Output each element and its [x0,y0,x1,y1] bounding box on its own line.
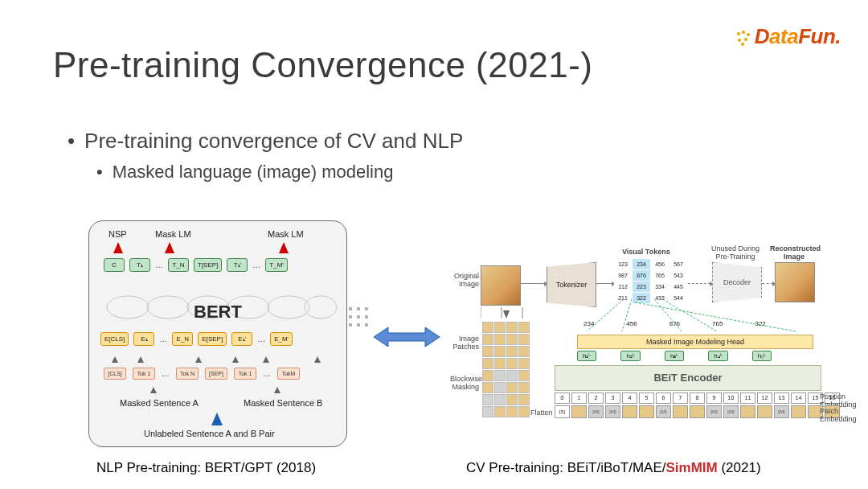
beit-patches-grid-2 [482,370,530,417]
beit-patch-row: [S][M][M][M][M][M][M] [555,405,840,418]
beit-visual-tokens-title: Visual Tokens [622,248,670,256]
bert-masked-a: Masked Sentence A [120,398,199,408]
beit-original-label: Original Image [450,272,479,288]
svg-line-15 [654,299,682,331]
logo-dots-icon [735,29,753,47]
bullet-dot: • [68,129,75,154]
svg-line-13 [587,299,624,331]
caption-right-prefix: CV Pre-training: BEiT/iBoT/MAE/ [466,460,665,475]
arrow-up-icon [274,387,280,393]
bert-input-token-row: [CLS]Tok 1…Tok N[SEP]Tok 1…TokM [104,368,300,380]
bert-top-token-row: CT₁…T_NT[SEP]T₁'…T_M' [104,258,288,272]
bert-masklm-label-2: Mask LM [268,229,304,239]
bert-unlabeled: Unlabeled Sentence A and B Pair [144,429,275,438]
svg-line-17 [635,302,796,331]
svg-line-16 [662,299,717,331]
arrow-up-icon [112,356,118,363]
beit-recon-label: Reconstructed Image [770,244,818,261]
drag-handle-icon [349,307,370,328]
bullet-list: • Pre-training convergence of CV and NLP… [68,129,463,183]
svg-point-6 [107,296,149,318]
arrow-up-icon [195,356,202,363]
beit-original-image [481,265,521,306]
bullet-dot: • [96,162,103,183]
beit-green-links [571,299,820,335]
caption-right-highlight: SimMIM [665,460,717,475]
svg-line-14 [622,299,632,331]
logo-suffix: Fun. [798,24,841,48]
bullet-1: • Pre-training convergence of CV and NLP [68,129,463,154]
red-arrow-icon [113,242,123,253]
blue-arrow-icon [211,413,223,425]
bullet-2: • Masked language (image) modeling [96,162,463,183]
arrow-up-icon [150,387,157,393]
arrow-right-icon [521,283,545,284]
arrow-right-icon [596,283,612,284]
svg-point-0 [737,32,740,35]
bert-title: BERT [194,302,242,323]
beit-visual-tokens-table: 1232344565679878767655431122233344452113… [614,259,687,303]
beit-position-row: 012345678910111213141516 [555,392,840,404]
beit-flatten-label: Flatten [530,409,553,417]
beit-recon-image [775,262,815,302]
arrow-up-icon [263,356,269,363]
beit-patch-label: Patch Embedding [820,407,865,423]
red-arrow-icon [165,242,174,253]
double-arrow-icon [374,325,440,352]
logo-mid: ata [769,24,798,48]
bert-emb-row: E[CLS]E₁…E_NE[SEP]E₁'…E_M' [100,332,293,346]
beit-encoder: BEiT Encoder [555,365,821,391]
svg-point-5 [741,43,744,46]
caption-left: NLP Pre-training: BERT/GPT (2018) [96,460,316,476]
arrow-up-icon [314,356,321,363]
beit-tokenizer-label: Tokenizer [556,281,588,289]
beit-patches-grid-1 [482,322,530,369]
beit-hstates: h₁ᴸh₂ᴸh₃ᴸh₄ᴸh₅ᴸ [577,351,772,361]
arrow-link-icon [481,307,537,322]
bert-masked-b: Masked Sentence B [244,398,322,408]
beit-image-patches-label: Image Patches [450,335,479,351]
caption-right: CV Pre-training: BEiT/iBoT/MAE/SimMIM (2… [466,460,761,476]
caption-right-suffix: (2021) [718,460,761,475]
red-arrow-icon [279,242,289,253]
bert-diagram: NSP Mask LM Mask LM CT₁…T_NT[SEP]T₁'…T_M… [88,220,347,447]
beit-mim-head: Masked Image Modeling Head [577,335,813,349]
arrow-up-icon [232,356,239,363]
bert-nsp-label: NSP [108,229,127,239]
brand-logo: DataFun. [735,24,841,49]
svg-point-4 [744,38,747,41]
beit-decoder: Decoder [712,262,762,302]
svg-marker-12 [374,327,440,347]
arrow-up-icon [137,356,144,363]
logo-d: D [755,24,769,48]
bullet-2-text: Masked language (image) modeling [113,162,394,183]
bullet-1-text: Pre-training convergence of CV and NLP [84,129,463,154]
slide-title: Pre-training Convergence (2021-) [53,45,592,85]
dashed-arrow-icon [688,283,710,284]
svg-point-1 [742,31,745,34]
svg-point-7 [147,296,189,318]
svg-point-2 [747,33,750,36]
svg-point-10 [268,296,309,318]
dashed-arrow-icon [762,283,773,284]
beit-unused-label: Unused During Pre-Training [706,244,765,261]
beit-diagram: Original Image Tokenizer Visual Tokens 1… [450,238,831,425]
beit-decoder-label: Decoder [723,278,751,286]
bert-masklm-label-1: Mask LM [155,229,191,239]
svg-point-3 [738,39,741,42]
beit-blockwise-label: Blockwise Masking [450,375,479,391]
